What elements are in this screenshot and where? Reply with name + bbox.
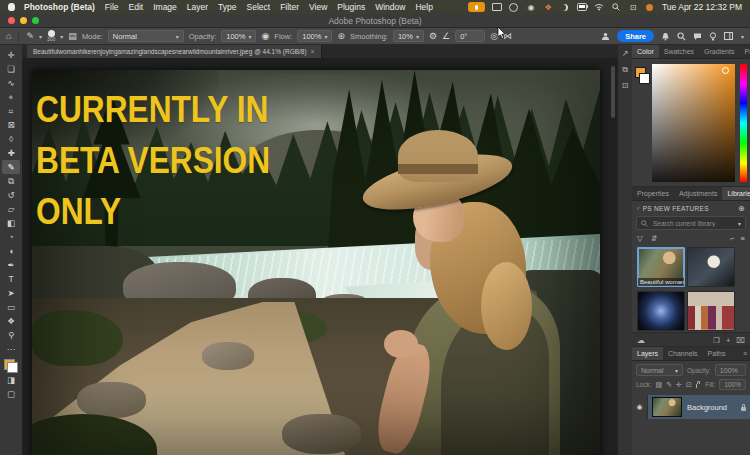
screen-mode-button[interactable]: ▢	[2, 387, 20, 401]
tab-color[interactable]: Color	[632, 45, 659, 58]
cloud-status-icon[interactable]	[601, 32, 610, 41]
tool-preset-chevron-icon[interactable]: ▾	[39, 33, 42, 40]
comments-icon[interactable]	[693, 32, 702, 41]
hue-slider[interactable]	[740, 64, 747, 182]
blend-mode-dropdown[interactable]: Normal ▾	[108, 30, 184, 42]
menu-item[interactable]: Layer	[187, 2, 208, 12]
app-menu[interactable]: Photoshop (Beta)	[24, 2, 95, 12]
type-tool[interactable]: T	[2, 272, 20, 286]
smoothing-dropdown[interactable]: 10% ▾	[393, 30, 424, 42]
pen-tool[interactable]: ✒	[2, 258, 20, 272]
invite-people-icon[interactable]: ⊕	[738, 204, 745, 213]
shape-tool[interactable]: ▭	[2, 300, 20, 314]
background-color-swatch[interactable]	[639, 73, 650, 84]
layer-blend-mode-dropdown[interactable]: Normal ▾	[636, 364, 683, 376]
layer-row-background[interactable]: ◉ Background	[632, 395, 750, 419]
tab-adjustments[interactable]: Adjustments	[674, 187, 723, 200]
eyedropper-tool[interactable]: ◊	[2, 132, 20, 146]
microphone-status-icon[interactable]	[468, 2, 485, 12]
notifications-bell-icon[interactable]	[661, 32, 670, 41]
input-source-icon[interactable]: ⊡	[628, 2, 638, 12]
gradient-tool[interactable]: ◧	[2, 216, 20, 230]
menubar-clock[interactable]: Tue Apr 22 12:32 PM	[662, 2, 742, 12]
export-panel-icon[interactable]: ↗	[622, 50, 629, 58]
tab-libraries[interactable]: Libraries	[722, 187, 750, 200]
blur-tool[interactable]: ◔	[2, 230, 20, 244]
list-view-icon[interactable]: ≡	[741, 234, 745, 243]
chevron-down-icon[interactable]: ▾	[738, 220, 741, 227]
tab-channels[interactable]: Channels	[663, 347, 703, 360]
search-icon[interactable]	[677, 32, 686, 41]
healing-brush-tool[interactable]: ✚	[2, 146, 20, 160]
tab-properties[interactable]: Properties	[632, 187, 674, 200]
menu-item[interactable]: Help	[415, 2, 432, 12]
eraser-tool[interactable]: ▱	[2, 202, 20, 216]
spotlight-search-icon[interactable]	[611, 2, 621, 12]
move-tool[interactable]: ✛	[2, 48, 20, 62]
layer-visibility-toggle[interactable]: ◉	[632, 395, 648, 419]
sync-cloud-icon[interactable]: ☁	[637, 336, 645, 345]
layer-opacity-dropdown[interactable]: 100%	[715, 364, 746, 376]
history-brush-tool[interactable]: ↺	[2, 188, 20, 202]
layer-fill-dropdown[interactable]: 100%	[719, 379, 746, 390]
brush-angle-field[interactable]: 0°	[455, 30, 485, 42]
brush-tool-icon[interactable]: ✎	[26, 32, 34, 41]
menu-item[interactable]: Filter	[280, 2, 299, 12]
path-selection-tool[interactable]: ➤	[2, 286, 20, 300]
marquee-tool[interactable]: ❏	[2, 62, 20, 76]
menu-item[interactable]: View	[309, 2, 327, 12]
smoothing-options-gear-icon[interactable]: ⚙	[429, 32, 437, 41]
tab-layers[interactable]: Layers	[632, 347, 663, 360]
menu-item[interactable]: Image	[153, 2, 177, 12]
globe-icon[interactable]	[509, 2, 519, 12]
tab-gradients[interactable]: Gradients	[699, 45, 739, 58]
wifi-icon[interactable]	[594, 2, 604, 12]
discover-lightbulb-icon[interactable]	[709, 32, 717, 41]
menu-item[interactable]: Window	[375, 2, 405, 12]
lock-artboard-icon[interactable]: ⊡	[686, 381, 692, 389]
library-search-input[interactable]	[651, 219, 735, 228]
battery-icon[interactable]	[577, 2, 587, 12]
delete-trash-icon[interactable]: ⌧	[736, 336, 745, 345]
share-button[interactable]: Share	[617, 30, 654, 42]
color-panel-swatches[interactable]	[635, 67, 650, 85]
dodge-tool[interactable]: ◖	[2, 244, 20, 258]
airbrush-icon[interactable]: ⊛	[337, 32, 345, 41]
lock-all-icon[interactable]	[696, 384, 697, 388]
workspace-switcher-icon[interactable]	[724, 32, 734, 41]
moon-icon[interactable]	[560, 2, 570, 12]
screen-mirroring-icon[interactable]	[492, 2, 502, 12]
document-tab[interactable]: Beautifulwomanhikerenjoyingamazinglandsc…	[27, 45, 322, 58]
apple-menu-icon[interactable]	[8, 3, 15, 11]
brush-angle-icon[interactable]: ∠	[442, 32, 450, 41]
menu-item[interactable]: Type	[218, 2, 236, 12]
lock-position-icon[interactable]: ✛	[676, 381, 682, 389]
color-picker-handle[interactable]	[722, 67, 729, 74]
add-item-icon[interactable]: +	[726, 336, 730, 345]
panel-menu-icon[interactable]: ≡	[740, 347, 750, 360]
brush-preset-chevron-icon[interactable]: ▾	[60, 33, 63, 40]
pressure-size-icon[interactable]: ◎	[490, 32, 498, 41]
tab-patterns[interactable]: Patterns	[739, 45, 750, 58]
home-icon[interactable]: ⌂	[6, 32, 11, 41]
hand-tool[interactable]: ❖	[2, 314, 20, 328]
library-item-woman-boat[interactable]	[687, 247, 735, 287]
clone-stamp-tool[interactable]: ⧉	[2, 174, 20, 188]
version-history-panel-icon[interactable]: ⧉	[622, 66, 628, 74]
lock-transparency-icon[interactable]: ▨	[656, 381, 663, 389]
crop-tool[interactable]: ⌗	[2, 104, 20, 118]
zoom-tool[interactable]: ⚲	[2, 328, 20, 342]
foreground-background-swatches[interactable]	[4, 359, 18, 373]
object-selection-tool[interactable]: ⌖	[2, 90, 20, 104]
back-chevron-icon[interactable]: ‹	[637, 205, 640, 212]
new-group-folder-icon[interactable]: ❒	[713, 336, 720, 345]
canvas[interactable]: CURRENTLY IN BETA VERSION ONLY	[22, 58, 618, 455]
menu-item[interactable]: Select	[247, 2, 271, 12]
menu-item[interactable]: File	[105, 2, 119, 12]
pressure-opacity-icon[interactable]: ◉	[261, 32, 269, 41]
app-dot-icon[interactable]	[645, 2, 655, 12]
camera-icon[interactable]: ◉	[526, 2, 536, 12]
photo-hiker-image[interactable]: CURRENTLY IN BETA VERSION ONLY	[32, 70, 600, 455]
opacity-dropdown[interactable]: 100% ▾	[221, 30, 256, 42]
layer-thumbnail[interactable]	[652, 397, 682, 417]
